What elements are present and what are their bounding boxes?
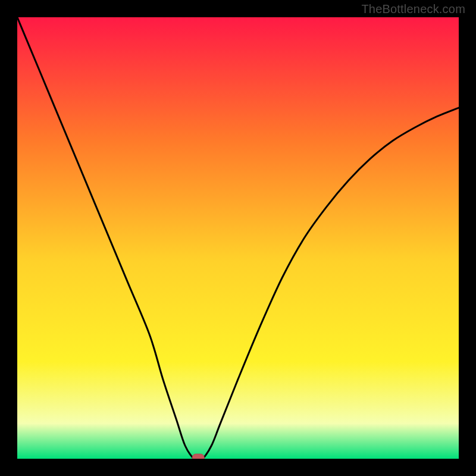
watermark-text: TheBottleneck.com bbox=[361, 2, 465, 16]
chart-container: TheBottleneck.com bbox=[0, 0, 476, 476]
gradient-background bbox=[17, 17, 459, 459]
plot-area bbox=[17, 17, 459, 459]
bottleneck-chart bbox=[17, 17, 459, 459]
optimal-marker bbox=[192, 454, 204, 459]
